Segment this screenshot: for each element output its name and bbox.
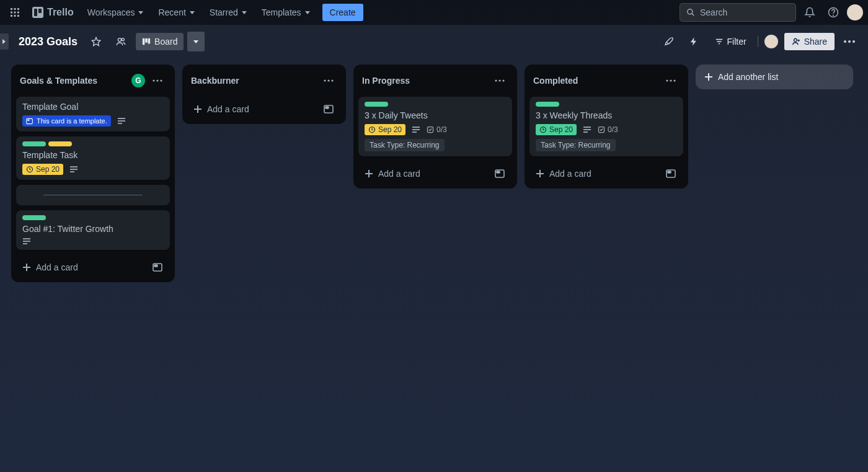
card-title: Template Task [22,150,164,160]
due-date-badge[interactable]: Sep 20 [365,124,405,135]
card-labels [22,215,164,220]
due-date-badge[interactable]: Sep 20 [22,164,63,175]
filter-button[interactable]: Filter [709,33,753,50]
top-navigation: Trello Workspaces Recent Starred Templat… [0,0,868,25]
add-card-button[interactable]: Add a card [20,260,144,275]
add-card-button[interactable]: Add a card [533,166,657,181]
due-date-badge[interactable]: Sep 20 [536,124,577,135]
card-title: 3 x Daily Tweets [365,110,506,120]
nav-templates[interactable]: Templates [255,4,316,21]
board-title[interactable]: 2023 Goals [15,33,81,51]
svg-point-12 [833,15,834,16]
notifications-button[interactable] [800,2,820,22]
card-separator[interactable] [16,185,170,205]
nav-recent-label: Recent [158,7,185,17]
nav-workspaces-label: Workspaces [87,7,135,17]
board-member-avatar[interactable] [763,33,779,50]
nav-starred[interactable]: Starred [203,4,253,21]
board-icon [142,37,151,46]
list-title[interactable]: Goals & Templates [20,76,128,86]
create-from-template-button[interactable] [662,165,680,182]
label-green[interactable] [365,102,388,107]
list-menu-button[interactable] [149,72,166,89]
share-button[interactable]: Share [784,33,835,50]
card-labels [536,102,677,107]
apps-menu-button[interactable] [5,2,25,22]
svg-rect-3 [11,12,12,14]
template-text: This card is a template. [37,117,107,125]
list-menu-button[interactable] [320,72,337,89]
add-card-label: Add a card [36,262,78,272]
list-title[interactable]: Completed [533,76,658,86]
card-badges: Sep 20 0/3 [365,124,506,135]
workspace-visibility-button[interactable] [111,32,131,51]
board-menu-button[interactable] [839,32,859,51]
board-canvas: Goals & Templates G Template Goal This c… [0,58,868,288]
search-input[interactable]: Search [680,3,796,22]
description-badge [22,238,31,245]
card-badges: Sep 20 [22,164,164,175]
rocket-icon [664,37,674,47]
board-view-button[interactable]: Board [136,33,184,50]
card-template-goal[interactable]: Template Goal This card is a template. [16,97,170,131]
sidebar-expand-handle[interactable] [0,33,9,50]
add-card-button[interactable]: Add a card [362,166,486,181]
card-daily-tweets[interactable]: 3 x Daily Tweets Sep 20 0/3 Task Type: R… [358,97,512,156]
automation-button[interactable] [684,32,704,51]
create-from-template-button[interactable] [320,100,337,118]
svg-point-26 [848,40,851,43]
add-card-button[interactable]: Add a card [191,102,315,117]
board-header: 2023 Goals Board Filter Share [0,25,868,58]
svg-rect-46 [154,265,157,267]
list-title[interactable]: In Progress [362,76,487,86]
label-green[interactable] [22,141,46,146]
description-icon [412,126,420,133]
add-list-button[interactable]: Add another list [696,65,853,89]
filter-icon [715,37,724,46]
svg-point-48 [327,79,329,81]
nav-starred-label: Starred [210,7,238,17]
more-icon [495,79,505,82]
help-button[interactable] [823,2,843,22]
bell-icon [804,7,815,18]
search-placeholder: Search [700,7,727,17]
logo[interactable]: Trello [27,7,79,18]
star-board-button[interactable] [86,32,106,51]
nav-workspaces[interactable]: Workspaces [81,4,150,21]
svg-point-14 [118,38,121,42]
create-button[interactable]: Create [322,4,363,21]
checklist-badge: 0/3 [427,125,447,134]
add-list-label: Add another list [718,72,778,82]
board-view-dropdown[interactable] [187,32,205,51]
nav-recent[interactable]: Recent [152,4,200,21]
bolt-icon [689,37,699,47]
svg-rect-1 [14,8,16,10]
svg-line-10 [692,14,694,16]
svg-point-55 [498,79,500,81]
plus-icon [536,169,544,178]
card-goal-twitter-growth[interactable]: Goal #1: Twitter Growth [16,210,170,250]
description-icon [69,166,78,173]
powerups-button[interactable] [659,32,679,51]
account-avatar[interactable] [847,4,863,20]
custom-field-chip: Task Type: Recurring [365,139,445,151]
description-icon [22,238,31,245]
create-from-template-button[interactable] [491,165,508,182]
card-title: Template Goal [22,102,164,112]
label-green[interactable] [22,215,46,220]
svg-point-56 [502,79,504,81]
description-badge [117,117,126,125]
chevron-right-icon [2,38,7,45]
create-from-template-button[interactable] [149,259,166,276]
label-yellow[interactable] [48,141,72,146]
card-weekly-threads[interactable]: 3 x Weekly Threads Sep 20 0/3 Task Type:… [529,97,683,156]
list-menu-button[interactable] [662,72,680,89]
topbar-left: Trello Workspaces Recent Starred Templat… [5,2,677,22]
label-green[interactable] [536,102,559,107]
list-title[interactable]: Backburner [191,76,316,86]
more-icon [324,79,334,82]
list-badge[interactable]: G [131,74,145,87]
card-template-task[interactable]: Template Task Sep 20 [16,136,170,180]
add-card-label: Add a card [549,169,591,179]
list-menu-button[interactable] [491,72,508,89]
